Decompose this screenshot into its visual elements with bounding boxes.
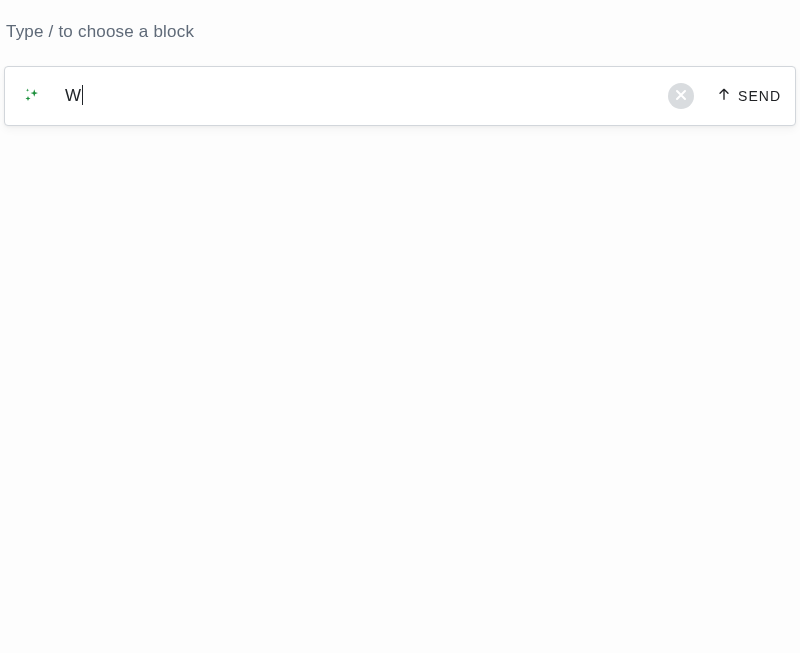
sparkle-icon (23, 86, 43, 106)
ai-prompt-input-value: W (65, 86, 81, 106)
send-button[interactable]: SEND (716, 86, 781, 106)
text-caret (82, 85, 83, 105)
block-placeholder-hint[interactable]: Type / to choose a block (0, 0, 800, 42)
arrow-up-icon (716, 86, 732, 106)
clear-input-button[interactable] (668, 83, 694, 109)
ai-prompt-input[interactable]: W (65, 67, 668, 125)
close-icon (675, 87, 687, 105)
send-button-label: SEND (738, 88, 781, 104)
ai-prompt-input-container: W SEND (4, 66, 796, 126)
